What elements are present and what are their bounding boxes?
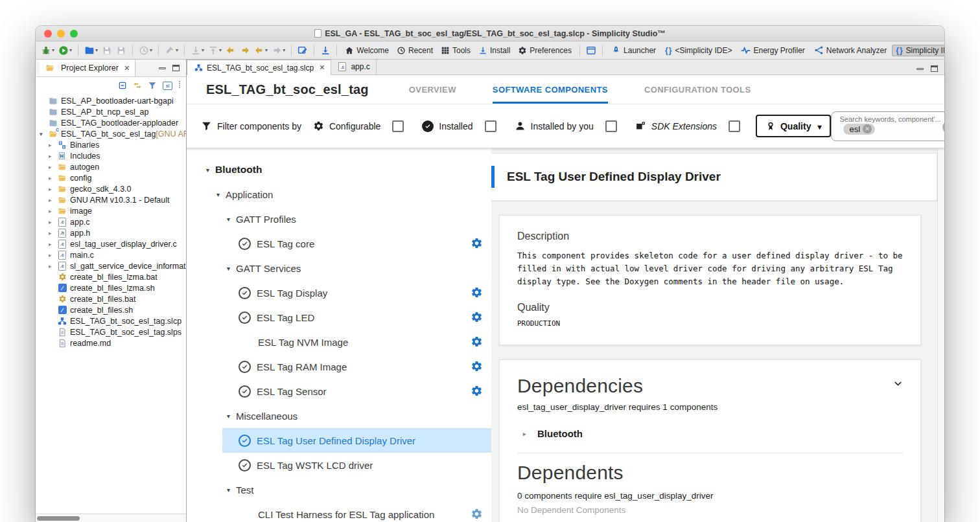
- chevron-down-icon[interactable]: [216, 191, 220, 198]
- tools-button[interactable]: Tools: [438, 45, 474, 56]
- perspective-energy-profiler[interactable]: Energy Profiler: [737, 44, 808, 56]
- close-view-icon[interactable]: [124, 64, 130, 73]
- dropdown-arrow-icon[interactable]: ▾: [150, 47, 152, 53]
- sdk-extensions-checkbox[interactable]: [729, 120, 740, 132]
- quality-dropdown-button[interactable]: Quality: [756, 115, 832, 137]
- tree-item[interactable]: main.c: [36, 249, 186, 260]
- configure-gear-icon[interactable]: [471, 237, 483, 249]
- configure-gear-icon[interactable]: [471, 311, 483, 323]
- component-row[interactable]: ESL Tag core: [187, 231, 491, 256]
- chevron-right-icon[interactable]: [49, 219, 57, 225]
- tree-item[interactable]: readme.md: [36, 337, 186, 348]
- tree-item[interactable]: app.h: [36, 227, 186, 238]
- component-search-box[interactable]: Search keywords, component'... esl: [831, 111, 944, 141]
- tree-item[interactable]: sl_gatt_service_device_informat: [36, 260, 186, 271]
- dropdown-arrow-icon[interactable]: ▾: [95, 47, 98, 53]
- tree-item[interactable]: ESL_TAG_bt_soc_esl_tag.slps: [36, 326, 186, 337]
- collapse-dependencies-icon[interactable]: [892, 378, 904, 389]
- maximize-view-icon[interactable]: [172, 65, 180, 71]
- dependency-item-bluetooth[interactable]: Bluetooth: [523, 428, 903, 439]
- save-button[interactable]: [100, 44, 113, 57]
- view-menu-icon[interactable]: [178, 84, 181, 87]
- profile-button[interactable]: ▾: [137, 44, 154, 57]
- next-edit-button[interactable]: [239, 44, 251, 57]
- tree-item[interactable]: ESL_TAG_bt_soc_esl_tag.slcp: [36, 315, 186, 326]
- build-button[interactable]: ▾: [163, 44, 180, 57]
- component-group-bluetooth[interactable]: Bluetooth: [187, 157, 491, 182]
- chevron-down-icon[interactable]: [227, 265, 230, 272]
- perspective-launcher[interactable]: Launcher: [607, 44, 660, 56]
- chevron-down-icon[interactable]: [227, 413, 230, 420]
- chevron-right-icon[interactable]: [49, 263, 57, 269]
- new-wizard-button[interactable]: ▾: [83, 44, 99, 57]
- details-vertical-scrollbar[interactable]: [937, 148, 944, 522]
- chevron-right-icon[interactable]: [49, 175, 57, 181]
- chevron-right-icon[interactable]: [49, 153, 57, 159]
- configurable-checkbox[interactable]: [392, 120, 404, 132]
- maximize-editor-icon[interactable]: [931, 65, 938, 72]
- welcome-button[interactable]: Welcome: [342, 45, 392, 56]
- configure-gear-icon[interactable]: [471, 385, 483, 397]
- component-row-selected[interactable]: ESL Tag User Defined Display Driver: [222, 428, 491, 453]
- component-group-miscellaneous[interactable]: Miscellaneous: [187, 403, 491, 428]
- flash-device-button[interactable]: [319, 44, 332, 57]
- component-row[interactable]: ESL Tag LED: [187, 305, 491, 330]
- tree-item[interactable]: image: [36, 205, 186, 216]
- debug-button[interactable]: ▾: [40, 44, 56, 57]
- dropdown-arrow-icon[interactable]: ▾: [69, 47, 72, 53]
- explorer-horizontal-scrollbar[interactable]: [36, 514, 186, 522]
- editor-tab-appc[interactable]: app.c: [331, 59, 376, 74]
- installed-checkbox[interactable]: [485, 120, 496, 132]
- search-term-chip[interactable]: esl: [843, 124, 875, 135]
- configure-gear-icon[interactable]: [471, 360, 483, 372]
- save-all-button[interactable]: [115, 44, 128, 57]
- tree-item[interactable]: config: [36, 172, 186, 183]
- chevron-down-icon[interactable]: [40, 131, 48, 137]
- chevron-right-icon[interactable]: [49, 208, 57, 214]
- focus-on-active-task-icon[interactable]: [163, 82, 172, 90]
- component-group-application[interactable]: Application: [187, 182, 491, 207]
- dropdown-arrow-icon[interactable]: ▾: [52, 47, 54, 53]
- previous-edit-button[interactable]: [224, 44, 237, 57]
- minimize-editor-icon[interactable]: [916, 68, 924, 70]
- editor-tab-slcp[interactable]: ESL_TAG_bt_soc_esl_tag.slcp: [187, 60, 331, 75]
- component-row[interactable]: ESL Tag Display: [187, 280, 491, 305]
- installed-by-you-checkbox[interactable]: [605, 120, 617, 132]
- component-row[interactable]: CLI Test Harness for ESL Tag application: [187, 502, 491, 522]
- tree-item[interactable]: Binaries: [36, 139, 186, 150]
- tree-item-project[interactable]: ESL_AP_bt_ncp_esl_ap: [36, 106, 186, 117]
- chevron-right-icon[interactable]: [49, 197, 57, 203]
- recent-button[interactable]: Recent: [393, 45, 436, 56]
- dropdown-arrow-icon[interactable]: ▾: [202, 47, 204, 53]
- dropdown-arrow-icon[interactable]: ▾: [283, 47, 285, 53]
- configure-gear-icon[interactable]: [471, 508, 483, 520]
- forward-history-button[interactable]: ▾: [270, 44, 286, 57]
- component-row[interactable]: ESL Tag RAM Image: [187, 354, 491, 379]
- component-row[interactable]: ESL Tag WSTK LCD driver: [187, 453, 491, 477]
- link-with-editor-icon[interactable]: [133, 81, 142, 90]
- tree-item[interactable]: Includes: [36, 150, 186, 161]
- tree-item[interactable]: create_bl_files_lzma.sh: [36, 282, 186, 293]
- tree-item[interactable]: autogen: [36, 161, 186, 172]
- scrollbar-thumb[interactable]: [37, 516, 80, 521]
- tab-configuration-tools[interactable]: CONFIGURATION TOOLS: [644, 75, 751, 104]
- component-group-test[interactable]: Test: [187, 477, 491, 502]
- open-perspective-button[interactable]: [585, 44, 598, 57]
- dropdown-arrow-icon[interactable]: ▾: [176, 47, 178, 53]
- chevron-right-icon[interactable]: [523, 431, 531, 437]
- chevron-right-icon[interactable]: [49, 186, 57, 192]
- chevron-right-icon[interactable]: [49, 230, 57, 236]
- chevron-right-icon[interactable]: [49, 142, 57, 148]
- perspective-simplicity-ide[interactable]: Simplicity IDE: [892, 45, 944, 56]
- component-row[interactable]: ESL Tag Sensor: [187, 379, 491, 403]
- perspective-simplicity-ide-editor[interactable]: <Simplicity IDE>: [661, 45, 736, 56]
- tree-item[interactable]: esl_tag_user_display_driver.c: [36, 238, 186, 249]
- remove-chip-icon[interactable]: [863, 124, 872, 133]
- collapse-all-icon[interactable]: [118, 81, 127, 90]
- preferences-button[interactable]: Preferences: [515, 45, 575, 56]
- filter-icon[interactable]: [148, 81, 157, 90]
- perspective-network-analyzer[interactable]: Network Analyzer: [810, 44, 891, 56]
- chevron-down-icon[interactable]: [227, 486, 230, 494]
- tree-item-project[interactable]: CESL_TAG_bt_soc_esl_tag [GNU AR: [36, 128, 186, 139]
- back-history-button[interactable]: ▾: [253, 44, 269, 57]
